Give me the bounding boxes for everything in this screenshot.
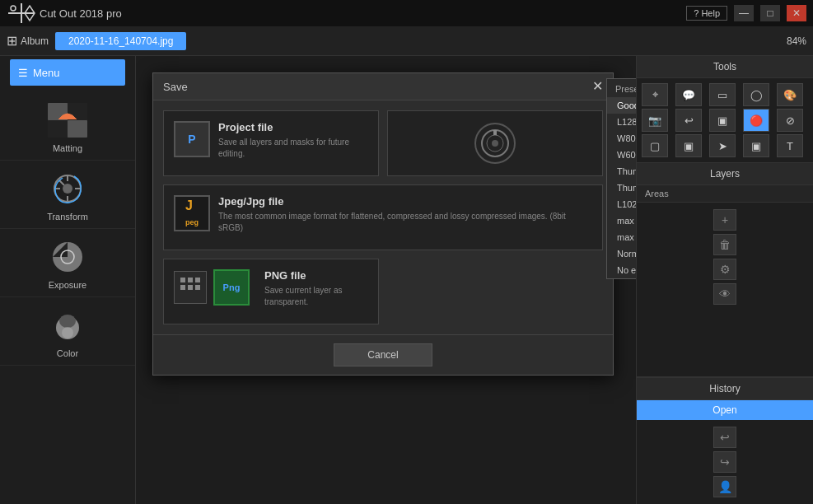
preset-panel: Preset Good Quality L1280,400K W800,200K… xyxy=(606,78,636,279)
speech-tool[interactable]: 💬 xyxy=(675,83,702,106)
preset-item-9[interactable]: Normal Quality xyxy=(607,245,636,262)
undo-tool[interactable]: ↩ xyxy=(675,109,702,132)
dialog-title: Save xyxy=(163,81,188,93)
sidebar-item-exposure[interactable]: Exposure xyxy=(0,229,135,297)
history-tools: ↩ ↪ 👤 xyxy=(637,420,813,504)
svg-point-2 xyxy=(11,6,16,11)
select-tool[interactable]: ▣ xyxy=(709,109,736,132)
svg-point-18 xyxy=(492,140,498,147)
text-tool[interactable]: T xyxy=(777,134,803,157)
layers-section: Layers Areas + 🗑 ⚙ 👁 xyxy=(637,163,813,377)
preset-item-0[interactable]: Good Quality xyxy=(607,97,636,114)
preset-item-8[interactable]: max image,200K xyxy=(607,229,636,245)
preset-item-5[interactable]: Thumbnail 100 xyxy=(607,180,636,196)
album-icon: ⊞ xyxy=(7,33,17,49)
menu-label: Menu xyxy=(33,67,60,79)
menu-icon: ☰ xyxy=(18,67,28,79)
svg-rect-20 xyxy=(180,278,185,282)
ban-tool[interactable]: ⊘ xyxy=(777,109,803,132)
app-title: Cut Out 2018 pro xyxy=(40,7,122,20)
undo-history-button[interactable]: ↩ xyxy=(713,427,736,448)
jpeg-file-desc: The most common image format for flatten… xyxy=(218,211,592,234)
png-file-desc: Save current layer as transparent. xyxy=(264,285,368,308)
menu-button[interactable]: ☰ Menu xyxy=(10,59,125,86)
titlebar-left: Cut Out 2018 pro xyxy=(7,2,122,25)
color-label: Color xyxy=(57,348,78,358)
history-open-button[interactable]: Open xyxy=(637,400,813,420)
png-file-icon: Png xyxy=(213,269,250,306)
matting-icon xyxy=(43,99,92,142)
matting-label: Matting xyxy=(53,143,82,153)
sidebar-item-color[interactable]: Color xyxy=(0,297,135,366)
zoom-display: 84% xyxy=(787,35,806,47)
preset-item-1[interactable]: L1280,400K xyxy=(607,114,636,130)
color-picker-tool[interactable]: 🎨 xyxy=(777,83,803,106)
exposure-icon xyxy=(43,236,92,278)
album-button[interactable]: ⊞ Album xyxy=(7,33,49,49)
move-tool[interactable]: ➤ xyxy=(709,134,736,157)
titlebar: Cut Out 2018 pro ? Help — □ ✕ xyxy=(0,0,813,26)
project-file-desc: Save all layers and masks for future edi… xyxy=(218,137,368,160)
content-area: Save ✕ P Project file Save all layers an… xyxy=(136,56,636,504)
svg-point-14 xyxy=(59,315,76,328)
close-button[interactable]: ✕ xyxy=(787,5,806,21)
history-person-button[interactable]: 👤 xyxy=(713,476,736,497)
preset-item-6[interactable]: L1024,300K xyxy=(607,196,636,212)
delete-layer-button[interactable]: 🗑 xyxy=(713,234,736,255)
jpeg-file-option[interactable]: Jpeg Jpeg/Jpg file The most common image… xyxy=(163,184,603,250)
jpeg-file-icon: Jpeg xyxy=(174,195,210,231)
tools-title: Tools xyxy=(637,56,813,78)
preset-item-10[interactable]: No exif xyxy=(607,262,636,278)
lasso-tool[interactable]: ⌖ xyxy=(642,83,668,106)
transform-icon xyxy=(43,167,92,210)
project-file-title: Project file xyxy=(218,121,368,133)
dialog-close-button[interactable]: ✕ xyxy=(592,80,603,93)
color-icon xyxy=(43,304,92,347)
toolbar: ⊞ Album 2020-11-16_140704.jpg 84% xyxy=(0,26,813,56)
svg-rect-25 xyxy=(195,285,200,290)
transform-label: Transform xyxy=(47,212,88,222)
help-icon: ? xyxy=(694,8,699,18)
sidebar-item-transform[interactable]: Transform xyxy=(0,161,135,229)
sidebar-item-matting[interactable]: Matting xyxy=(0,92,135,161)
maximize-button[interactable]: □ xyxy=(760,5,780,21)
resize-tool[interactable]: ▢ xyxy=(642,134,668,157)
preset-item-4[interactable]: Thumbnail 320 xyxy=(607,163,636,180)
dialog-overlay: Save ✕ P Project file Save all layers an… xyxy=(136,56,636,504)
eraser-tool[interactable]: 🔴 xyxy=(743,109,769,132)
project-file-option[interactable]: P Project file Save all layers and masks… xyxy=(163,110,379,176)
layer-eye-button[interactable]: 👁 xyxy=(713,283,736,305)
project-file-info: Project file Save all layers and masks f… xyxy=(218,121,368,160)
dialog-footer: Cancel xyxy=(153,334,613,375)
cancel-button[interactable]: Cancel xyxy=(334,343,432,366)
project-file-icon: P xyxy=(174,121,210,157)
png-file-option[interactable]: Png PNG file Save current layer as trans… xyxy=(163,259,379,324)
redo-history-button[interactable]: ↪ xyxy=(713,451,736,473)
layers-tools: + 🗑 ⚙ 👁 xyxy=(637,203,813,311)
transform-tool[interactable]: ▣ xyxy=(675,134,702,157)
tools-section: Tools ⌖ 💬 ▭ ◯ 🎨 📷 ↩ ▣ 🔴 ⊘ ▢ ▣ ➤ ▣ T xyxy=(637,56,813,163)
left-sidebar: ☰ Menu Matting xyxy=(0,56,136,504)
history-title: History xyxy=(637,378,813,400)
preset-item-7[interactable]: max image,100K xyxy=(607,212,636,229)
preset-item-3[interactable]: W600,150K xyxy=(607,147,636,163)
layer-settings-button[interactable]: ⚙ xyxy=(713,259,736,280)
active-tab[interactable]: 2020-11-16_140704.jpg xyxy=(55,32,186,50)
help-button[interactable]: ? Help xyxy=(686,6,727,21)
tools-grid: ⌖ 💬 ▭ ◯ 🎨 📷 ↩ ▣ 🔴 ⊘ ▢ ▣ ➤ ▣ T xyxy=(637,78,813,162)
jpeg-file-info: Jpeg/Jpg file The most common image form… xyxy=(218,195,592,234)
preset-item-2[interactable]: W800,200K xyxy=(607,130,636,147)
svg-point-15 xyxy=(62,327,73,338)
rect-tool[interactable]: ▭ xyxy=(709,83,736,106)
camera-tool[interactable]: 📷 xyxy=(642,109,668,132)
disk-save-option[interactable] xyxy=(387,110,603,176)
svg-rect-7 xyxy=(48,120,68,138)
save-dialog: Save ✕ P Project file Save all layers an… xyxy=(152,72,614,376)
svg-rect-21 xyxy=(188,278,193,282)
add-layer-button[interactable]: + xyxy=(713,209,736,231)
circle-tool[interactable]: ◯ xyxy=(743,83,769,106)
svg-rect-19 xyxy=(493,130,497,135)
border-tool[interactable]: ▣ xyxy=(743,134,769,157)
disk-icon xyxy=(474,123,516,164)
minimize-button[interactable]: — xyxy=(734,5,754,21)
